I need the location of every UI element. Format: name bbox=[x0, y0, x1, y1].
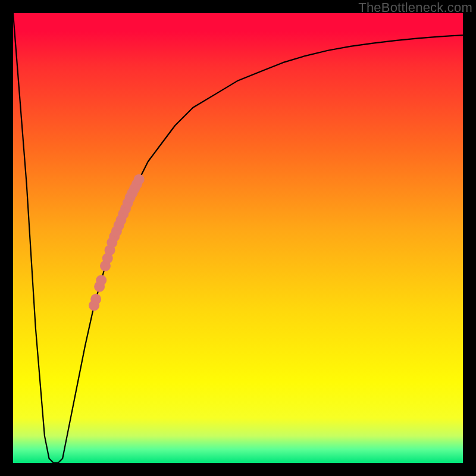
chart-frame: TheBottleneck.com bbox=[0, 0, 476, 476]
bottleneck-curve bbox=[13, 13, 463, 463]
highlight-point bbox=[90, 294, 101, 305]
watermark-text: TheBottleneck.com bbox=[358, 0, 472, 15]
chart-svg bbox=[13, 13, 463, 463]
highlight-point bbox=[134, 174, 145, 185]
highlight-points bbox=[89, 174, 145, 311]
plot-area bbox=[13, 13, 463, 463]
highlight-point bbox=[96, 275, 107, 286]
